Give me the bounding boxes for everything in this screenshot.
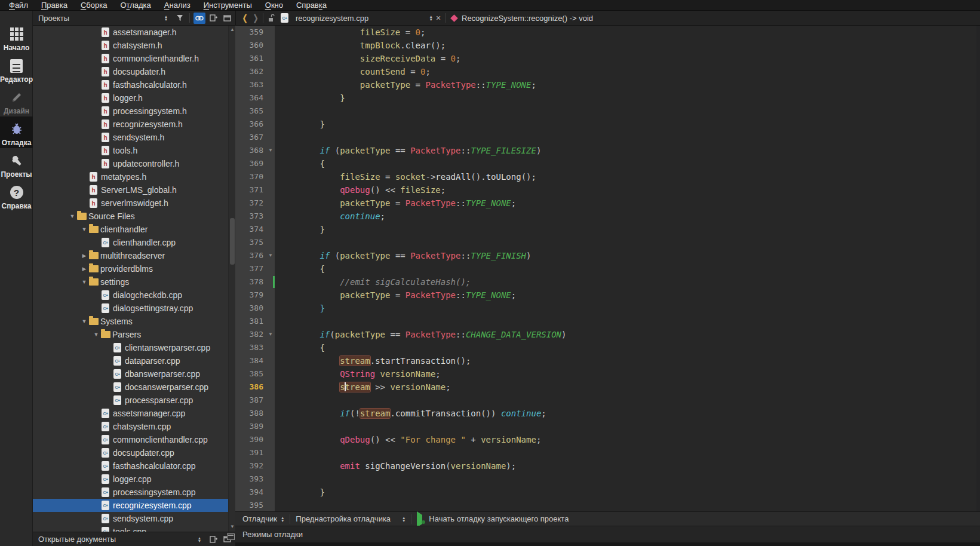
tree-scrollbar[interactable]: ▲ ▼	[228, 26, 235, 532]
tree-item-clientanswerparser.cpp[interactable]: C+clientanswerparser.cpp	[33, 341, 228, 354]
code-line-383[interactable]: 383 {	[235, 341, 980, 354]
tree-item-processingsystem.cpp[interactable]: C+processingsystem.cpp	[33, 486, 228, 499]
expand-open-icon[interactable]: ▼	[79, 318, 89, 324]
tree-item-recognizesystem.h[interactable]: hrecognizesystem.h	[33, 118, 228, 131]
expand-open-icon[interactable]: ▼	[79, 279, 89, 285]
expand-closed-icon[interactable]: ▶	[79, 266, 89, 272]
code-line-362[interactable]: 362 countSend = 0;	[235, 65, 980, 78]
mode-отладка[interactable]: Отладка	[0, 116, 33, 148]
code-line-385[interactable]: 385 QString versionName;	[235, 367, 980, 381]
menu-5[interactable]: Анализ	[158, 0, 197, 11]
tree-item-dialogsettingstray.cpp[interactable]: C+dialogsettingstray.cpp	[33, 302, 228, 315]
tree-item-multithreadserver[interactable]: ▶multithreadserver	[33, 249, 228, 262]
close-document-button[interactable]: ×	[433, 13, 444, 23]
debugger-selector[interactable]: Отладчик ▲▼	[239, 514, 288, 523]
code-line-366[interactable]: 366 }	[235, 118, 980, 131]
window-panel-icon[interactable]	[227, 533, 235, 540]
fold-arrow-icon[interactable]: ▼	[266, 144, 275, 157]
hide-panel-icon[interactable]	[221, 13, 233, 24]
tree-item-docsupdater.cpp[interactable]: C+docsupdater.cpp	[33, 446, 228, 459]
tree-item-assetsmanager.h[interactable]: hassetsmanager.h	[33, 26, 228, 39]
expand-open-icon[interactable]: ▼	[67, 213, 77, 219]
code-line-373[interactable]: 373 continue;	[235, 210, 980, 223]
tree-item-commonclienthandler.h[interactable]: hcommonclienthandler.h	[33, 52, 228, 65]
code-line-391[interactable]: 391	[235, 446, 980, 459]
tree-item-serverlmswidget.h[interactable]: hserverlmswidget.h	[33, 197, 228, 210]
code-line-395[interactable]: 395	[235, 499, 980, 511]
nav-forward-button[interactable]: ❭	[250, 13, 261, 23]
link-icon[interactable]	[193, 13, 205, 24]
tree-item-sendsystem.h[interactable]: hsendsystem.h	[33, 131, 228, 144]
code-line-361[interactable]: 361 sizeReceiveData = 0;	[235, 52, 980, 65]
debugger-preset-selector[interactable]: Преднастройка отладчика ▲▼	[292, 514, 409, 523]
tree-item-docsanswerparser.cpp[interactable]: C+docsanswerparser.cpp	[33, 381, 228, 394]
mode-начало[interactable]: Начало	[0, 22, 33, 53]
code-editor[interactable]: 359 fileSize = 0;360 tmpBlock.clear();36…	[235, 26, 980, 511]
menu-2[interactable]: Правка	[35, 0, 74, 11]
tree-item-clienthandler[interactable]: ▼clienthandler	[33, 223, 228, 236]
menu-1[interactable]: Файл	[2, 0, 35, 11]
code-line-386[interactable]: 386 stream >> versionName;	[235, 381, 980, 394]
tree-item-fasthashcalculator.h[interactable]: hfasthashcalculator.h	[33, 78, 228, 91]
sort-updown-icon[interactable]: ▲▼	[160, 13, 172, 24]
expand-open-icon[interactable]: ▼	[79, 226, 89, 232]
tree-item-clienthandler.cpp[interactable]: C+clienthandler.cpp	[33, 236, 228, 249]
tree-item-updatecontroller.h[interactable]: hupdatecontroller.h	[33, 157, 228, 170]
tree-item-processingsystem.h[interactable]: hprocessingsystem.h	[33, 105, 228, 118]
code-line-367[interactable]: 367	[235, 131, 980, 144]
tree-item-docsupdater.h[interactable]: hdocsupdater.h	[33, 65, 228, 78]
expand-closed-icon[interactable]: ▶	[79, 253, 89, 259]
mode-справка[interactable]: ?Справка	[0, 180, 33, 211]
project-tree[interactable]: hassetsmanager.hhchatsystem.hhcommonclie…	[33, 26, 228, 532]
fold-arrow-icon[interactable]: ▼	[266, 249, 275, 262]
code-line-384[interactable]: 384 stream.startTransaction();	[235, 354, 980, 367]
tree-item-logger.h[interactable]: hlogger.h	[33, 91, 228, 105]
code-line-359[interactable]: 359 fileSize = 0;	[235, 26, 980, 39]
menu-8[interactable]: Справка	[290, 0, 333, 11]
code-line-393[interactable]: 393	[235, 473, 980, 486]
menu-4[interactable]: Отладка	[113, 0, 157, 11]
tree-item-dataparser.cpp[interactable]: C+dataparser.cpp	[33, 354, 228, 367]
tree-item-logger.cpp[interactable]: C+logger.cpp	[33, 473, 228, 486]
tree-item-fasthashcalculator.cpp[interactable]: C+fasthashcalculator.cpp	[33, 459, 228, 473]
code-line-360[interactable]: 360 tmpBlock.clear();	[235, 39, 980, 52]
expand-open-icon[interactable]: ▼	[91, 332, 101, 338]
menu-6[interactable]: Инструменты	[197, 0, 259, 11]
code-line-379[interactable]: 379 packetType = PacketType::TYPE_NONE;	[235, 289, 980, 302]
code-line-378[interactable]: 378 //emit sigCalculateHash();	[235, 275, 980, 289]
tree-item-recognizesystem.cpp[interactable]: C+recognizesystem.cpp	[33, 499, 228, 512]
sort-updown-icon[interactable]: ▲▼	[193, 533, 205, 545]
scrollbar-thumb[interactable]	[230, 218, 235, 265]
tree-item-commonclienthandler.cpp[interactable]: C+commonclienthandler.cpp	[33, 433, 228, 446]
tree-item-settings[interactable]: ▼settings	[33, 275, 228, 289]
editor-scrollbar[interactable]	[976, 26, 980, 511]
code-line-369[interactable]: 369 {	[235, 157, 980, 170]
code-line-375[interactable]: 375	[235, 236, 980, 249]
start-debug-button[interactable]: Начать отладку запускающего проекта	[413, 514, 572, 523]
current-symbol[interactable]: RecognizeSystem::recognize() -> void	[462, 14, 593, 23]
tree-item-ServerLMS_global.h[interactable]: hServerLMS_global.h	[33, 183, 228, 197]
tree-item-Source Files[interactable]: ▼Source Files	[33, 210, 228, 223]
tree-item-chatsystem.h[interactable]: hchatsystem.h	[33, 39, 228, 52]
tree-item-Systems[interactable]: ▼Systems	[33, 315, 228, 328]
menu-3[interactable]: Сборка	[74, 0, 114, 11]
code-line-371[interactable]: 371 qDebug() << fileSize;	[235, 183, 980, 197]
code-line-388[interactable]: 388 if(!stream.commitTransaction()) cont…	[235, 407, 980, 420]
nav-back-button[interactable]: ❬	[239, 13, 250, 23]
code-line-365[interactable]: 365	[235, 105, 980, 118]
code-line-390[interactable]: 390 qDebug() << "For change " + versionN…	[235, 433, 980, 446]
code-line-363[interactable]: 363 packetType = PacketType::TYPE_NONE;	[235, 78, 980, 91]
code-line-364[interactable]: 364 }	[235, 91, 980, 105]
code-line-376[interactable]: 376▼ if (packetType == PacketType::TYPE_…	[235, 249, 980, 262]
tree-item-chatsystem.cpp[interactable]: C+chatsystem.cpp	[33, 420, 228, 433]
tree-item-dialogcheckdb.cpp[interactable]: C+dialogcheckdb.cpp	[33, 289, 228, 302]
mode-проекты[interactable]: Проекты	[0, 148, 33, 180]
tree-item-sendsystem.cpp[interactable]: C+sendsystem.cpp	[33, 512, 228, 525]
tree-item-assetsmanager.cpp[interactable]: C+assetsmanager.cpp	[33, 407, 228, 420]
code-line-394[interactable]: 394 }	[235, 486, 980, 499]
open-file-selector[interactable]: C+ recognizesystem.cpp ▲▼	[281, 13, 433, 23]
mode-дизайн[interactable]: Дизайн	[0, 85, 33, 116]
code-line-377[interactable]: 377 {	[235, 262, 980, 275]
code-line-380[interactable]: 380 }	[235, 302, 980, 315]
unlocked-padlock-icon[interactable]	[268, 14, 275, 22]
